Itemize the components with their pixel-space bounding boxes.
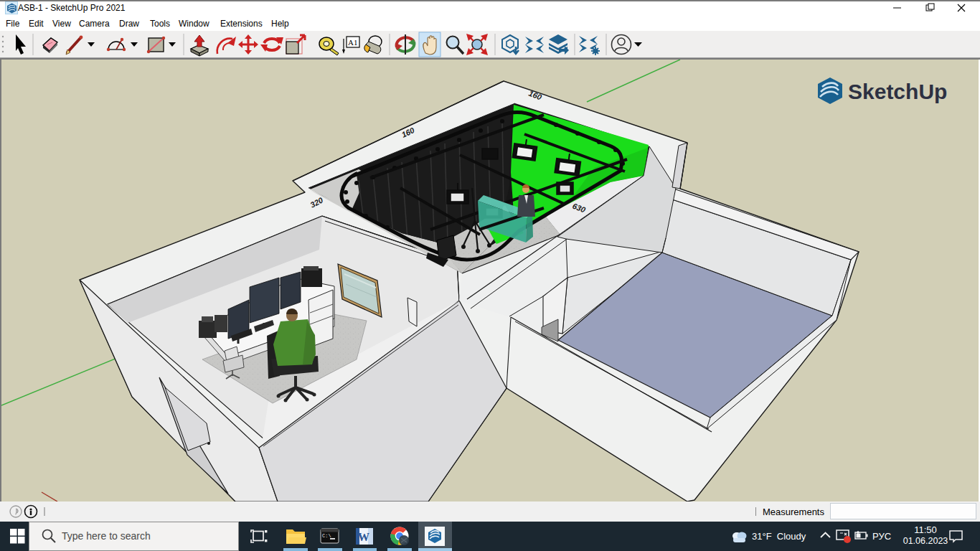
svg-text:C:\: C:\ <box>322 533 331 539</box>
svg-text:W: W <box>358 531 369 543</box>
svg-text:A1: A1 <box>348 38 357 47</box>
svg-text:SketchUp: SketchUp <box>848 80 947 103</box>
